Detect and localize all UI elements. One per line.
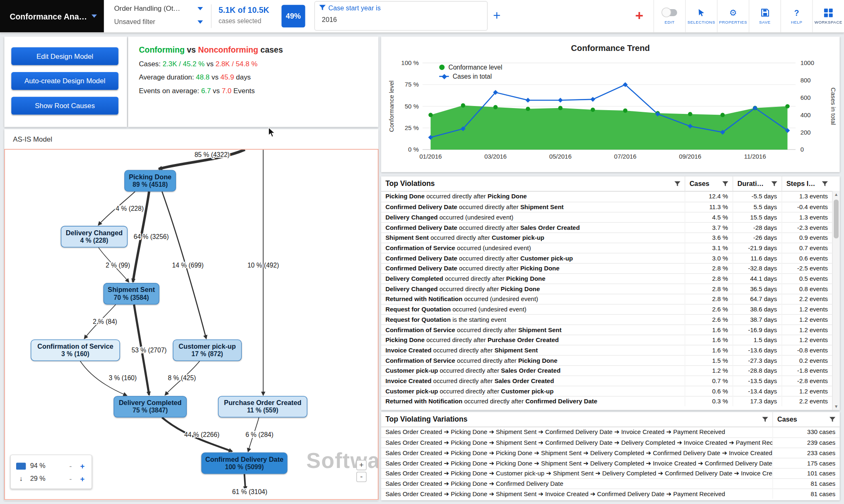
- activity-plus-button[interactable]: +: [79, 462, 86, 470]
- violation-row[interactable]: Delivery Completed occurred directly aft…: [381, 273, 832, 284]
- app-title: Conformance Ana…: [10, 12, 87, 21]
- activity-node[interactable]: Delivery Changed4 % (228): [61, 226, 128, 248]
- workspace-button[interactable]: WORKSPACE: [812, 0, 844, 32]
- activity-node[interactable]: Purchase Order Created11 % (559): [218, 396, 307, 417]
- violation-row[interactable]: Invoice Created occurred directly after …: [381, 345, 832, 355]
- edit-toggle[interactable]: EDIT: [653, 0, 685, 32]
- violation-row[interactable]: Delivery Changed occurred directly after…: [381, 284, 832, 294]
- activity-minus-button[interactable]: -: [67, 462, 74, 470]
- model-canvas[interactable]: 85 % (4322)4 % (228)64 % (3256)2 % (99)1…: [4, 149, 378, 500]
- variation-row[interactable]: Sales Order Created ➔ Picking Done ➔ Pic…: [381, 448, 840, 458]
- violation-row[interactable]: Delivery Changed occurred (undesired eve…: [381, 212, 832, 222]
- violations-title-header[interactable]: Top Violations: [381, 176, 685, 191]
- properties-button[interactable]: ⚙ PROPERTIES: [717, 0, 749, 32]
- zoom-in-button[interactable]: +: [356, 460, 367, 470]
- trend-chart[interactable]: 100 %75 %50 %25 %0 %1000800600400200001/…: [381, 36, 840, 172]
- zoom-out-button[interactable]: -: [356, 472, 367, 482]
- violation-row[interactable]: Picking Done occurred directly after Pic…: [381, 191, 832, 202]
- violation-row[interactable]: Request for Quotation is the starting ev…: [381, 314, 832, 325]
- activity-node[interactable]: Confirmation of Service3 % (160): [31, 340, 120, 361]
- show-root-causes-button[interactable]: Show Root Causes: [11, 97, 118, 115]
- x-tick: 01/2016: [419, 153, 442, 160]
- activity-node[interactable]: Delivery Completed75 % (3847): [114, 396, 187, 417]
- violation-row[interactable]: Confirmation of Service occurred directl…: [381, 324, 832, 335]
- activity-node[interactable]: Shipment Sent70 % (3584): [103, 283, 159, 304]
- variation-row[interactable]: Sales Order Created ➔ Picking Done ➔ Cus…: [381, 468, 840, 478]
- save-button[interactable]: SAVE: [749, 0, 781, 32]
- variation-row[interactable]: Sales Order Created ➔ Picking Done ➔ Shi…: [381, 427, 840, 437]
- conforming-label: Conforming: [139, 45, 184, 54]
- steps-column-header[interactable]: Steps I…: [781, 176, 832, 191]
- scrollbar-thumb[interactable]: [834, 200, 839, 239]
- violation-row[interactable]: Confirmed Delivery Date occurred directl…: [381, 263, 832, 273]
- duration-column-header[interactable]: Durati…: [733, 176, 781, 191]
- model-panel-title: AS-IS Model: [4, 129, 378, 149]
- activity-node[interactable]: Picking Done89 % (4518): [124, 170, 176, 192]
- activity-node[interactable]: Customer pick-up17 % (872): [173, 340, 242, 361]
- violation-row[interactable]: Customer pick-up occurred directly after…: [381, 386, 832, 396]
- selection-percentage-badge[interactable]: 49%: [281, 5, 305, 28]
- cases-column-header[interactable]: Cases: [684, 176, 733, 191]
- violation-row[interactable]: Confirmation of Service occurred directl…: [381, 355, 832, 365]
- violation-row[interactable]: Returned with Notification occurred dire…: [381, 396, 832, 406]
- violation-row[interactable]: Request for Quotation occurred (undesire…: [381, 304, 832, 314]
- violation-row[interactable]: Invoice Created occurred directly after …: [381, 376, 832, 386]
- dataset-selector[interactable]: Order Handling (Ot…: [114, 4, 203, 12]
- violation-row[interactable]: Confirmed Delivery Date occurred directl…: [381, 202, 832, 212]
- filter-funnel-icon[interactable]: [722, 181, 728, 186]
- auto-create-design-model-button[interactable]: Auto-create Design Model: [11, 72, 118, 90]
- edge-label: 3 % (160): [109, 374, 137, 381]
- filter-funnel-icon[interactable]: [771, 181, 777, 186]
- violation-row[interactable]: Confirmed Delivery Date occurred directl…: [381, 253, 832, 263]
- app-title-menu[interactable]: Conformance Ana…: [0, 0, 104, 32]
- filter-chip[interactable]: Case start year is: [319, 4, 380, 12]
- variations-title-header[interactable]: Top Violating Variations: [381, 412, 772, 427]
- variation-row[interactable]: Sales Order Created ➔ Picking Done ➔ Shi…: [381, 489, 840, 499]
- selections-button[interactable]: SELECTIONS: [685, 0, 717, 32]
- violation-row[interactable]: Returned with Notification occurred (und…: [381, 294, 832, 304]
- conformance-point: [558, 106, 562, 110]
- edit-design-model-button[interactable]: Edit Design Model: [11, 47, 118, 65]
- edge-label: 10 % (492): [247, 262, 279, 269]
- conformance-point: [623, 109, 627, 113]
- violations-table: Picking Done occurred directly after Pic…: [381, 191, 832, 406]
- nonconforming-label: Nonconforming: [198, 45, 258, 54]
- filter-funnel-icon[interactable]: [675, 181, 680, 186]
- violation-row[interactable]: Shipment Sent occurred directly after Cu…: [381, 232, 832, 243]
- conformance-point: [721, 113, 725, 117]
- filter-selector-label: Unsaved filter: [114, 18, 155, 26]
- violation-row[interactable]: Picking Done occurred directly after Pur…: [381, 335, 832, 345]
- properties-label: PROPERTIES: [719, 19, 747, 24]
- scroll-up-icon[interactable]: ▲: [833, 192, 840, 197]
- legend-cases[interactable]: Cases in total: [439, 72, 502, 81]
- filter-funnel-icon[interactable]: [822, 181, 828, 186]
- activity-threshold-row: 94 % - +: [16, 459, 86, 472]
- add-component-button[interactable]: +: [635, 7, 643, 25]
- help-button[interactable]: ? HELP: [781, 0, 813, 32]
- edge-label: 4 % (228): [116, 205, 144, 212]
- variation-row[interactable]: Sales Order Created ➔ Picking Done ➔ Pic…: [381, 458, 840, 468]
- conformance-trend-panel: Conformance Trend 100 %75 %50 %25 %0 %10…: [381, 36, 840, 172]
- flow-edge[interactable]: [244, 474, 246, 490]
- conformance-point: [428, 113, 433, 117]
- variations-cases-header[interactable]: Cases: [772, 412, 839, 427]
- variation-row[interactable]: Sales Order Created ➔ Picking Done ➔ Con…: [381, 478, 840, 489]
- violation-row[interactable]: Confirmation of Service occurred (undesi…: [381, 243, 832, 253]
- add-filter-button[interactable]: +: [493, 7, 501, 24]
- filter-selector[interactable]: Unsaved filter: [114, 18, 203, 26]
- filter-funnel-icon[interactable]: [829, 417, 835, 422]
- violations-scrollbar[interactable]: ▲ ▼: [832, 191, 839, 410]
- activity-swatch-icon: [16, 463, 26, 470]
- scroll-down-icon[interactable]: ▼: [833, 404, 840, 409]
- conformance-point: [493, 105, 498, 109]
- connection-plus-button[interactable]: +: [79, 475, 86, 483]
- violation-row[interactable]: Customer pick-up occurred directly after…: [381, 365, 832, 376]
- variation-row[interactable]: Sales Order Created ➔ Picking Done ➔ Shi…: [381, 437, 840, 448]
- violation-row[interactable]: Confirmed Delivery Date occurred directl…: [381, 222, 832, 233]
- activity-node[interactable]: Confirmed Delivery Date100 % (5099): [201, 453, 288, 474]
- save-label: SAVE: [759, 19, 770, 24]
- variations-table: Sales Order Created ➔ Picking Done ➔ Shi…: [381, 427, 840, 499]
- connection-minus-button[interactable]: -: [67, 475, 74, 483]
- filter-funnel-icon[interactable]: [762, 417, 768, 422]
- legend-conformance[interactable]: Conformance level: [439, 63, 502, 72]
